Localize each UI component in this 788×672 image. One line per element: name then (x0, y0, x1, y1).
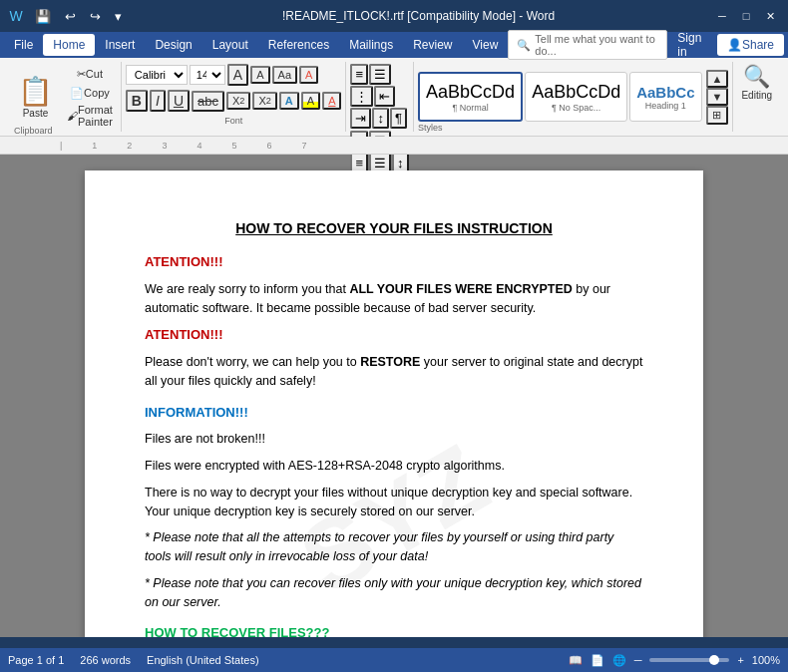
cut-button[interactable]: ✂ Cut (63, 65, 117, 83)
styles-scroll-down[interactable]: ▼ (706, 88, 729, 106)
italic-button[interactable]: I (150, 90, 166, 112)
section1-p2b: RESTORE (360, 355, 420, 369)
style-no-spacing-preview: AaBbCcDd (532, 82, 620, 103)
menu-design[interactable]: Design (145, 34, 201, 56)
ruler-marks: | 1 2 3 4 5 6 7 (60, 141, 336, 151)
editing-section[interactable]: 🔍 Editing (733, 62, 780, 132)
print-layout-icon[interactable]: 📄 (591, 654, 604, 667)
decrease-font-button[interactable]: A (250, 66, 269, 84)
close-button[interactable]: ✕ (760, 6, 780, 26)
window-title: !README_ITLOCK!.rtf [Compatibility Mode]… (125, 9, 712, 23)
styles-group: AaBbCcDd ¶ Normal AaBbCcDd ¶ No Spac... … (414, 62, 733, 132)
change-case-button[interactable]: Aa (272, 66, 297, 84)
decrease-indent-button[interactable]: ⇤ (374, 86, 395, 107)
zoom-thumb (709, 655, 719, 665)
menu-file[interactable]: File (4, 34, 43, 56)
window-controls: ─ □ ✕ (712, 6, 780, 26)
zoom-minus-button[interactable]: ─ (634, 654, 642, 666)
cut-copy-column: ✂ Cut 📄 Copy 🖌 Format Painter (63, 64, 117, 130)
editing-label: Editing (741, 90, 772, 101)
atention-heading-1: ATENTION!!! (145, 254, 222, 269)
customize-qa-button[interactable]: ▾ (112, 7, 125, 26)
numbering-button[interactable]: ☰ (369, 64, 391, 85)
section2-para4: * Please note that all the attempts to r… (145, 528, 643, 566)
zoom-level: 100% (752, 654, 780, 666)
font-group-label: Font (126, 116, 342, 126)
section2-para5: * Please note that you can recover files… (145, 574, 643, 612)
share-button[interactable]: 👤 Share (717, 34, 784, 56)
sign-in-button[interactable]: Sign in (667, 34, 717, 56)
copy-button[interactable]: 📄 Copy (63, 84, 117, 102)
text-effects-button[interactable]: A (279, 92, 299, 110)
status-left: Page 1 of 1 266 words English (United St… (8, 654, 259, 666)
paragraph-group: ≡ ☰ ⋮ ⇤ ⇥ ↕ ¶ ≡ ☰ ≡ ☰ ↕ □ ⊞ Paragraph (346, 62, 414, 132)
format-painter-icon: 🖌 (67, 110, 78, 122)
ruler: | 1 2 3 4 5 6 7 (0, 137, 788, 155)
web-layout-icon[interactable]: 🌐 (612, 654, 626, 667)
show-formatting-button[interactable]: ¶ (390, 108, 407, 129)
menu-bar: File Home Insert Design Layout Reference… (0, 32, 788, 58)
zoom-plus-button[interactable]: + (737, 654, 743, 666)
clear-format-button[interactable]: A (299, 66, 318, 84)
bold-button[interactable]: B (126, 90, 148, 112)
share-icon: 👤 (727, 38, 742, 52)
font-family-select[interactable]: Calibri (126, 65, 188, 85)
subscript-button[interactable]: X2 (226, 92, 250, 110)
copy-icon: 📄 (70, 87, 84, 100)
menu-references[interactable]: References (258, 34, 339, 56)
section2-para2: Files were encrypted with AES-128+RSA-20… (145, 457, 643, 476)
superscript-button[interactable]: X2 (252, 92, 276, 110)
minimize-button[interactable]: ─ (712, 6, 732, 26)
word-count: 266 words (80, 654, 131, 666)
menu-mailings[interactable]: Mailings (339, 34, 403, 56)
menu-insert[interactable]: Insert (95, 34, 145, 56)
strikethrough-button[interactable]: abc (192, 91, 224, 112)
sort-button[interactable]: ↕ (372, 108, 389, 129)
clipboard-label: Clipboard (14, 126, 53, 136)
status-bar: Page 1 of 1 266 words English (United St… (0, 648, 788, 672)
paragraph-buttons-row1: ≡ ☰ ⋮ ⇤ ⇥ ↕ ¶ (350, 64, 409, 129)
font-group: Calibri 14 A A Aa A B I U abc X2 X2 A A … (122, 62, 347, 132)
menu-home[interactable]: Home (43, 34, 95, 56)
section1-p2: Please don't worry, we can help you to (145, 355, 360, 369)
redo-button[interactable]: ↪ (87, 7, 104, 26)
title-bar-left: W 💾 ↩ ↪ ▾ (8, 7, 125, 26)
styles-more-button[interactable]: ⊞ (706, 106, 729, 125)
style-normal-label: ¶ Normal (452, 103, 488, 113)
style-heading1[interactable]: AaBbCc Heading 1 (629, 72, 701, 122)
style-no-spacing-label: ¶ No Spac... (552, 103, 600, 113)
section1-para2: Please don't worry, we can help you to R… (145, 353, 643, 391)
underline-button[interactable]: U (168, 90, 190, 112)
highlight-color-button[interactable]: A (301, 92, 320, 110)
paste-button[interactable]: 📋 Paste (12, 64, 59, 130)
menu-layout[interactable]: Layout (202, 34, 258, 56)
format-painter-button[interactable]: 🖌 Format Painter (63, 103, 117, 129)
maximize-button[interactable]: □ (736, 6, 756, 26)
read-mode-icon[interactable]: 📖 (569, 654, 583, 667)
font-size-select[interactable]: 14 (190, 65, 225, 85)
section2-para3: There is no way to decrypt your files wi… (145, 484, 643, 521)
section1-p1b: ALL YOUR FILES WERE ENCRYPTED (349, 282, 572, 296)
style-heading1-label: Heading 1 (645, 101, 686, 111)
editing-icon: 🔍 (743, 64, 770, 90)
styles-scroll-up[interactable]: ▲ (706, 70, 729, 88)
increase-font-button[interactable]: A (227, 64, 248, 86)
language: English (United States) (147, 654, 259, 666)
font-color-button[interactable]: A (322, 92, 341, 110)
bullets-button[interactable]: ≡ (350, 64, 368, 85)
undo-button[interactable]: ↩ (62, 7, 79, 26)
style-normal[interactable]: AaBbCcDd ¶ Normal (418, 72, 523, 122)
styles-group-label: Styles (418, 123, 443, 133)
increase-indent-button[interactable]: ⇥ (350, 108, 371, 129)
menu-view[interactable]: View (463, 34, 509, 56)
menu-review[interactable]: Review (403, 34, 462, 56)
style-no-spacing[interactable]: AaBbCcDd ¶ No Spac... (525, 72, 627, 122)
save-button[interactable]: 💾 (32, 7, 54, 26)
status-right: 📖 📄 🌐 ─ + 100% (569, 654, 780, 667)
document[interactable]: SYZ HOW TO RECOVER YOUR FILES INSTRUCTIO… (85, 170, 703, 637)
cut-icon: ✂ (77, 68, 86, 81)
tell-me-bar[interactable]: 🔍 Tell me what you want to do... (508, 30, 667, 60)
zoom-slider[interactable] (649, 658, 729, 662)
multilevel-list-button[interactable]: ⋮ (350, 86, 373, 107)
information-heading: INFORMATION!!! (145, 405, 248, 420)
